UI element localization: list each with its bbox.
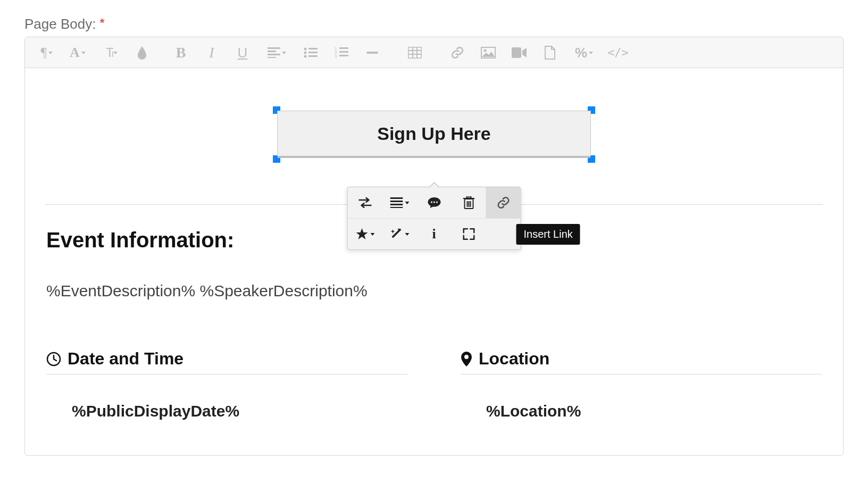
- chevron-down-icon: [405, 233, 409, 236]
- insert-link-button[interactable]: [486, 187, 521, 218]
- svg-point-8: [304, 55, 307, 57]
- svg-rect-28: [390, 207, 403, 208]
- image-icon: [481, 47, 496, 59]
- video-button[interactable]: [504, 37, 535, 68]
- comment-button[interactable]: [417, 187, 452, 218]
- trash-icon: [463, 196, 474, 209]
- bold-button[interactable]: B: [165, 37, 196, 68]
- font-family-button[interactable]: A: [62, 37, 93, 68]
- unordered-list-button[interactable]: [295, 37, 326, 68]
- expand-icon: [463, 228, 474, 240]
- table-button[interactable]: [399, 37, 430, 68]
- selected-element-wrapper: Sign Up Here: [277, 111, 591, 156]
- svg-point-41: [464, 355, 469, 359]
- underline-icon: U: [238, 46, 248, 60]
- svg-rect-27: [390, 204, 403, 205]
- paragraph-format-button[interactable]: ¶: [31, 37, 62, 68]
- align-button-popup[interactable]: [382, 187, 417, 218]
- svg-point-23: [484, 49, 487, 52]
- column-date: Date and Time %PublicDisplayDate%: [46, 349, 407, 420]
- chevron-down-icon: [113, 52, 118, 54]
- column-location: Location %Location%: [461, 349, 822, 420]
- ordered-list-button[interactable]: 1 2 3: [326, 37, 357, 68]
- chain-link-icon: [450, 46, 464, 60]
- chevron-down-icon: [81, 52, 86, 54]
- list-ol-icon: 1 2 3: [335, 47, 348, 59]
- file-icon: [544, 46, 556, 60]
- svg-rect-24: [512, 47, 521, 58]
- svg-rect-0: [268, 47, 280, 49]
- code-view-button[interactable]: </>: [603, 37, 633, 68]
- editor-content-area[interactable]: Sign Up Here: [25, 68, 843, 455]
- svg-rect-34: [466, 196, 471, 198]
- sign-up-button-element[interactable]: Sign Up Here: [277, 111, 591, 156]
- image-button[interactable]: [473, 37, 504, 68]
- text-size-icon: TI: [106, 46, 112, 59]
- special-characters-button[interactable]: %: [565, 37, 603, 68]
- popup-empty-cell: Insert Link: [486, 219, 521, 249]
- svg-rect-1: [268, 51, 276, 52]
- chevron-down-icon: [48, 52, 53, 54]
- italic-button[interactable]: I: [196, 37, 227, 68]
- svg-rect-13: [339, 51, 348, 53]
- svg-rect-16: [366, 52, 378, 54]
- popup-row-2: i Insert Link: [348, 218, 521, 249]
- swap-arrows-icon: [358, 197, 372, 208]
- speech-bubble-icon: [427, 197, 441, 209]
- svg-point-29: [430, 201, 432, 203]
- percent-icon: %: [575, 46, 587, 60]
- code-icon: </>: [607, 47, 629, 59]
- list-ul-icon: [304, 47, 318, 58]
- fullscreen-button[interactable]: [452, 219, 486, 249]
- svg-rect-5: [308, 48, 318, 49]
- video-icon: [512, 47, 527, 58]
- svg-rect-17: [408, 47, 422, 58]
- event-description-tokens: %EventDescription% %SpeakerDescription%: [46, 282, 822, 300]
- swap-button[interactable]: [348, 187, 382, 218]
- horizontal-rule-button[interactable]: [357, 37, 388, 68]
- effects-button[interactable]: [382, 219, 417, 249]
- chevron-down-icon: [370, 233, 374, 236]
- context-toolbar-popup: i Insert Link: [347, 187, 521, 250]
- columns-row: Date and Time %PublicDisplayDate% Locati…: [46, 349, 822, 420]
- file-button[interactable]: [535, 37, 565, 68]
- link-button[interactable]: [442, 37, 473, 68]
- underline-button[interactable]: U: [227, 37, 258, 68]
- svg-text:3: 3: [335, 54, 337, 59]
- field-label-text: Page Body:: [24, 16, 96, 32]
- clear-formatting-button[interactable]: [130, 37, 154, 68]
- svg-point-31: [436, 201, 437, 203]
- editor-toolbar: ¶ A TI B I: [25, 37, 843, 68]
- chain-link-icon: [496, 196, 510, 210]
- svg-point-6: [304, 51, 307, 54]
- rich-text-editor: ¶ A TI B I: [24, 37, 844, 456]
- info-icon: i: [432, 226, 436, 242]
- svg-point-39: [398, 229, 399, 230]
- chevron-down-icon: [589, 52, 593, 54]
- svg-rect-11: [339, 47, 348, 49]
- font-size-button[interactable]: TI: [93, 37, 130, 68]
- align-left-icon: [268, 47, 280, 58]
- info-button[interactable]: i: [417, 219, 452, 249]
- column-location-label: Location: [479, 349, 549, 369]
- font-a-icon: A: [70, 46, 80, 60]
- tooltip-text: Insert Link: [524, 228, 573, 240]
- svg-point-4: [304, 47, 307, 50]
- delete-button[interactable]: [452, 187, 486, 218]
- align-button[interactable]: [258, 37, 295, 68]
- pilcrow-icon: ¶: [41, 46, 47, 60]
- bold-icon: B: [176, 45, 186, 60]
- star-icon: [355, 228, 368, 240]
- svg-rect-3: [268, 57, 276, 58]
- align-justify-icon: [390, 197, 403, 208]
- minus-icon: [366, 52, 378, 54]
- field-label: Page Body: *: [24, 16, 844, 32]
- svg-rect-9: [308, 55, 318, 57]
- column-date-label: Date and Time: [68, 349, 183, 369]
- svg-rect-25: [390, 197, 403, 199]
- svg-rect-15: [339, 55, 348, 56]
- chevron-down-icon: [405, 202, 409, 204]
- column-location-heading: Location: [461, 349, 822, 374]
- style-button[interactable]: [348, 219, 382, 249]
- svg-rect-26: [390, 201, 403, 202]
